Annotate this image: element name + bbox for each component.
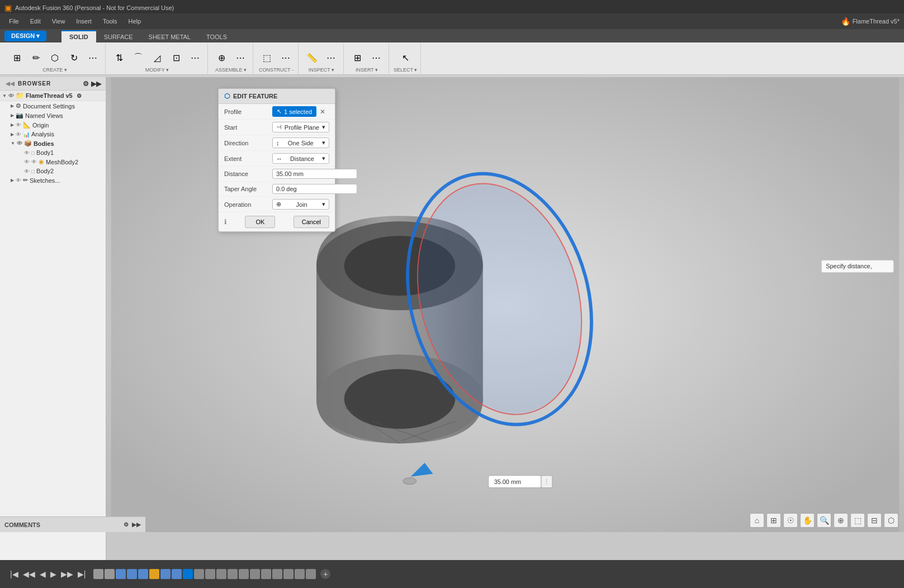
meshbody2-visibility1[interactable]: 👁 — [24, 159, 30, 165]
tab-surface[interactable]: SURFACE — [96, 31, 141, 42]
menu-view[interactable]: View — [48, 16, 70, 26]
timeline-item-8[interactable] — [172, 569, 182, 579]
timeline-start-btn[interactable]: |◀ — [9, 568, 20, 580]
grid-btn[interactable]: ⊟ — [867, 513, 882, 528]
menu-tools[interactable]: Tools — [98, 16, 122, 26]
timeline-item-14[interactable] — [239, 569, 249, 579]
browser-item-sketches[interactable]: ▶ 👁 ✏ Sketches... — [0, 176, 106, 185]
timeline-item-11[interactable] — [205, 569, 215, 579]
joint-btn[interactable]: ⊕ — [212, 50, 230, 66]
timeline-item-13[interactable] — [228, 569, 238, 579]
select-btn[interactable]: ↖ — [396, 50, 414, 66]
press-pull-btn[interactable]: ⇅ — [110, 50, 128, 66]
browser-item-body2[interactable]: 👁 □ Body2 — [0, 167, 106, 176]
fit-view-btn[interactable]: ⊞ — [766, 513, 781, 528]
start-dropdown[interactable]: ⊣ Profile Plane ▾ — [272, 122, 329, 132]
timeline-prev-btn[interactable]: ◀◀ — [22, 568, 36, 580]
timeline-play-btn[interactable]: ▶ — [49, 568, 58, 580]
extent-dropdown[interactable]: ↔ Distance ▾ — [272, 153, 329, 164]
comments-more-icon[interactable]: ▶▶ — [132, 521, 141, 528]
offset-plane-btn[interactable]: ⬚ — [258, 50, 276, 66]
sketches-expand[interactable]: ▶ — [11, 178, 14, 183]
timeline-item-1[interactable] — [93, 569, 103, 579]
timeline-item-19[interactable] — [295, 569, 305, 579]
insert-btn[interactable]: ⊞ — [348, 50, 366, 66]
new-component-btn[interactable]: ⊞ — [8, 50, 26, 66]
browser-item-bodies[interactable]: ▼ 👁 📦 Bodies — [0, 139, 106, 148]
comments-expand-icon[interactable]: ⚙ — [124, 521, 129, 528]
browser-item-named-views[interactable]: ▶ 📷 Named Views — [0, 111, 106, 120]
cancel-button[interactable]: Cancel — [294, 216, 329, 228]
timeline-item-7[interactable] — [160, 569, 171, 579]
body1-visibility[interactable]: 👁 — [24, 150, 30, 156]
timeline-item-16[interactable] — [261, 569, 271, 579]
tab-tools[interactable]: TOOLS — [198, 31, 235, 42]
project-visibility-icon[interactable]: 👁 — [8, 93, 14, 99]
design-button[interactable]: DESIGN ▾ — [4, 31, 46, 41]
timeline-item-18[interactable] — [283, 569, 294, 579]
shell-btn[interactable]: ⊡ — [167, 50, 185, 66]
timeline-item-10[interactable] — [194, 569, 204, 579]
tab-sheet-metal[interactable]: SHEET METAL — [141, 31, 198, 42]
timeline-item-4[interactable] — [127, 569, 137, 579]
chamfer-btn[interactable]: ◿ — [148, 50, 166, 66]
insert-more-btn[interactable]: ⋯ — [367, 50, 385, 66]
display-settings-btn[interactable]: ⬚ — [850, 513, 865, 528]
browser-project-root[interactable]: ▼ 👁 📁 FlameThread v5 ⚙ — [0, 91, 106, 101]
timeline-item-2[interactable] — [105, 569, 115, 579]
menu-help[interactable]: Help — [124, 16, 146, 26]
analysis-expand[interactable]: ▶ — [11, 132, 14, 137]
viewport[interactable]: 35.00 mm ⋮ Specify distance, ⬡ EDIT FEAT… — [106, 77, 904, 532]
browser-item-body1[interactable]: 👁 □ Body1 — [0, 148, 106, 157]
named-views-expand[interactable]: ▶ — [11, 113, 14, 118]
profile-selected-btn[interactable]: ↖ 1 selected — [272, 106, 316, 117]
browser-item-analysis[interactable]: ▶ 👁 📊 Analysis — [0, 130, 106, 139]
distance-input[interactable] — [272, 169, 357, 179]
create-sketch-btn[interactable]: ✏ — [27, 50, 45, 66]
extrude-btn[interactable]: ⬡ — [46, 50, 64, 66]
meshbody2-visibility2[interactable]: 👁 — [31, 159, 37, 165]
bodies-expand[interactable]: ▼ — [11, 141, 15, 146]
ok-button[interactable]: OK — [245, 216, 275, 228]
direction-dropdown[interactable]: ↕ One Side ▾ — [272, 137, 329, 148]
timeline-item-6[interactable] — [149, 569, 159, 579]
assemble-more-btn[interactable]: ⋯ — [231, 50, 249, 66]
browser-item-document-settings[interactable]: ▶ ⚙ Document Settings — [0, 101, 106, 111]
project-expand-arrow[interactable]: ▼ — [2, 93, 7, 98]
revolve-btn[interactable]: ↻ — [65, 50, 83, 66]
origin-expand[interactable]: ▶ — [11, 122, 14, 127]
timeline-step-fwd-btn[interactable]: ▶▶ — [60, 568, 74, 580]
timeline-step-back-btn[interactable]: ◀ — [39, 568, 47, 580]
orbit-btn[interactable]: ☉ — [783, 513, 798, 528]
inspect-more-btn[interactable]: ⋯ — [322, 50, 340, 66]
zoom-window-btn[interactable]: ⊕ — [834, 513, 848, 528]
modify-more-btn[interactable]: ⋯ — [186, 50, 204, 66]
pan-btn[interactable]: ✋ — [800, 513, 815, 528]
body2-visibility[interactable]: 👁 — [24, 168, 30, 174]
browser-settings-icon[interactable]: ⚙ — [83, 80, 89, 88]
menu-file[interactable]: File — [4, 16, 23, 26]
timeline-item-20[interactable] — [306, 569, 316, 579]
collapse-browser-arrow[interactable]: ◀◀ — [4, 79, 16, 88]
project-settings-icon[interactable]: ⚙ — [77, 93, 82, 99]
comments-bar[interactable]: COMMENTS ⚙ ▶▶ — [0, 516, 145, 532]
fillet-btn[interactable]: ⌒ — [129, 50, 147, 66]
timeline-item-5[interactable] — [138, 569, 148, 579]
sketches-visibility[interactable]: 👁 — [16, 177, 21, 183]
construct-more-btn[interactable]: ⋯ — [277, 50, 295, 66]
info-icon[interactable]: ℹ — [224, 218, 227, 226]
measure-btn[interactable]: 📏 — [303, 50, 321, 66]
home-view-btn[interactable]: ⌂ — [750, 513, 764, 528]
browser-item-origin[interactable]: ▶ 👁 📐 Origin — [0, 120, 106, 130]
bodies-visibility[interactable]: 👁 — [17, 140, 22, 146]
add-step-btn[interactable]: + — [320, 569, 330, 579]
menu-edit[interactable]: Edit — [26, 16, 45, 26]
tab-solid[interactable]: SOLID — [61, 30, 96, 42]
analysis-visibility[interactable]: 👁 — [16, 131, 21, 137]
zoom-btn[interactable]: 🔍 — [817, 513, 831, 528]
timeline-item-12[interactable] — [216, 569, 226, 579]
create-more-btn[interactable]: ⋯ — [84, 50, 102, 66]
operation-dropdown[interactable]: ⊕ Join ▾ — [272, 199, 329, 210]
browser-more-icon[interactable]: ▶▶ — [91, 80, 101, 88]
doc-settings-expand[interactable]: ▶ — [11, 103, 14, 108]
